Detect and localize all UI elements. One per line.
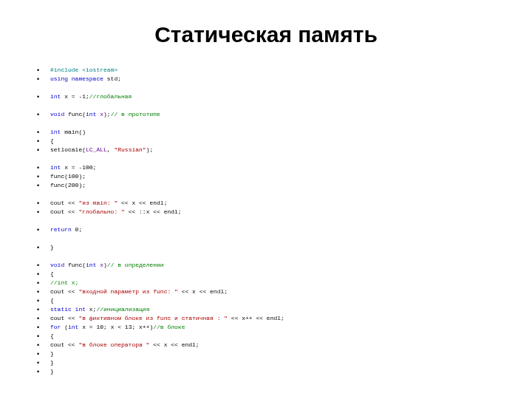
code-line: { [30,137,502,146]
code-line: void func(int x);// в прототипе [30,110,502,119]
code-line: for (int x = 10; x < 13; x++)//в блоке [30,323,502,332]
code-line: cout << "глобально: " << ::x << endl; [30,208,502,216]
code-line [30,190,502,199]
code-line [30,83,502,92]
code-line: cout << "в блоке оператора " << x << end… [30,341,502,349]
code-line: cout << "входной параметр из func: " << … [30,287,502,296]
code-line [30,216,502,225]
page-title: Статическая память [30,22,502,47]
code-line: using namespace std; [30,75,502,83]
code-line: { [30,332,502,341]
code-line [30,154,502,163]
code-line: int x = -100; [30,163,502,172]
code-line: { [30,270,502,279]
code-line: } [30,358,502,367]
code-line: int x = -1;//глобальная [30,92,502,101]
code-line: setlocale(LC_ALL, "Russian"); [30,146,502,154]
code-line: func(200); [30,181,502,190]
code-line: } [30,243,502,252]
code-line: cout << "в фиктивном блоке из func и ста… [30,314,502,323]
code-line: void func(int x)// в определении [30,261,502,270]
code-line: } [30,349,502,358]
code-line: } [30,367,502,376]
code-line [30,101,502,110]
code-line: //int x; [30,279,502,287]
code-listing: #include <iostream> using namespace std;… [30,66,502,376]
code-line: { [30,296,502,305]
code-line [30,234,502,243]
code-line: return 0; [30,225,502,234]
code-line: int main() [30,128,502,137]
code-line: #include <iostream> [30,66,502,75]
code-line: static int x;//инициализация [30,305,502,314]
code-line: cout << "из main: " << x << endl; [30,199,502,208]
code-line [30,119,502,128]
code-line: func(100); [30,172,502,181]
slide: Статическая память #include <iostream> u… [0,0,532,391]
code-line [30,252,502,261]
